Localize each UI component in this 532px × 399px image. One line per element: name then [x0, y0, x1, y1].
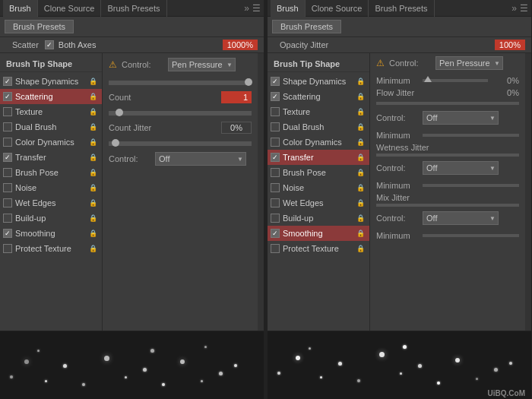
both-axes-checkbox[interactable]	[45, 40, 54, 49]
control-select-wrapper-right1: Pen Pressure	[435, 56, 503, 70]
brush-item-protect-texture[interactable]: Protect Texture🔒	[268, 241, 369, 256]
tab-brush-presets-left[interactable]: Brush Presets	[101, 0, 166, 17]
brush-item-transfer[interactable]: Transfer🔒	[0, 150, 102, 165]
tab-clone-source-left[interactable]: Clone Source	[38, 0, 102, 17]
menu-icon-right[interactable]: ☰	[520, 3, 528, 14]
brush-item-checkbox[interactable]	[271, 214, 280, 223]
brush-presets-btn-left[interactable]: Brush Presets	[5, 20, 74, 33]
count-jitter-slider[interactable]	[109, 141, 252, 146]
brush-item-noise[interactable]: Noise🔒	[0, 180, 102, 195]
brush-item-checkbox[interactable]	[3, 244, 12, 253]
brush-item-checkbox[interactable]	[3, 214, 12, 223]
wetness-slider[interactable]	[376, 154, 519, 157]
brush-item-checkbox[interactable]	[3, 153, 12, 162]
brush-item-color-dynamics[interactable]: Color Dynamics🔒	[268, 135, 369, 150]
scatter-slider[interactable]	[109, 81, 252, 85]
control-select-right3[interactable]: Off	[423, 161, 499, 175]
brush-item-checkbox[interactable]	[3, 107, 12, 116]
tab-clone-source-right[interactable]: Clone Source	[306, 0, 369, 17]
preview-dot	[201, 380, 203, 382]
brush-item-shape-dynamics[interactable]: Shape Dynamics🔒	[268, 74, 369, 89]
brush-item-color-dynamics[interactable]: Color Dynamics🔒	[0, 135, 102, 150]
min-slider2[interactable]	[423, 134, 519, 137]
brush-item-checkbox[interactable]	[271, 183, 280, 192]
left-scrollbar[interactable]	[258, 53, 264, 331]
scatter-slider-thumb[interactable]	[245, 78, 252, 86]
control-select-right1[interactable]: Pen Pressure	[435, 56, 503, 70]
flow-jitter-slider[interactable]	[376, 102, 519, 105]
count-input[interactable]	[221, 91, 252, 103]
lock-icon: 🔒	[356, 199, 365, 207]
brush-item-protect-texture[interactable]: Protect Texture🔒	[0, 241, 102, 256]
brush-item-dual-brush[interactable]: Dual Brush🔒	[268, 119, 369, 135]
brush-item-noise[interactable]: Noise🔒	[268, 180, 369, 195]
count-jitter-slider-thumb[interactable]	[112, 139, 119, 147]
control-select-left2[interactable]: Off	[155, 152, 246, 166]
preview-dot	[400, 372, 402, 375]
brush-item-smoothing[interactable]: Smoothing🔒	[268, 226, 369, 241]
control-select-right4[interactable]: Off	[423, 211, 499, 225]
brush-item-checkbox[interactable]	[271, 168, 280, 177]
brush-item-texture[interactable]: Texture🔒	[0, 104, 102, 119]
mix-slider[interactable]	[376, 204, 519, 207]
min-thumb1[interactable]	[424, 76, 432, 82]
brush-item-checkbox[interactable]	[3, 138, 12, 147]
count-slider-thumb[interactable]	[116, 109, 123, 116]
lock-icon: 🔒	[356, 245, 365, 252]
brush-item-checkbox[interactable]	[271, 229, 280, 238]
brush-item-build-up[interactable]: Build-up🔒	[268, 211, 369, 226]
preview-dot	[418, 364, 422, 368]
brush-item-checkbox[interactable]	[271, 153, 280, 162]
control-select-left1[interactable]: Pen Pressure	[168, 58, 236, 71]
tab-brush-presets-right[interactable]: Brush Presets	[369, 0, 434, 17]
brush-item-checkbox[interactable]	[271, 198, 280, 207]
menu-icon-left[interactable]: ☰	[252, 3, 261, 14]
brush-item-shape-dynamics[interactable]: Shape Dynamics🔒	[0, 74, 102, 89]
brush-item-checkbox[interactable]	[3, 92, 12, 101]
brush-item-checkbox[interactable]	[271, 138, 280, 147]
brush-item-wet-edges[interactable]: Wet Edges🔒	[268, 195, 369, 211]
brush-item-checkbox[interactable]	[3, 198, 12, 207]
brush-item-build-up[interactable]: Build-up🔒	[0, 211, 102, 226]
brush-item-wet-edges[interactable]: Wet Edges🔒	[0, 195, 102, 211]
brush-item-scattering[interactable]: Scattering🔒	[268, 89, 369, 104]
brush-item-checkbox[interactable]	[3, 168, 12, 177]
min-label1: Minimum	[376, 76, 418, 85]
brush-item-smoothing[interactable]: Smoothing🔒	[0, 226, 102, 241]
brush-item-brush-pose[interactable]: Brush Pose🔒	[268, 165, 369, 180]
brush-item-checkbox[interactable]	[3, 122, 12, 131]
brush-item-label: Color Dynamics	[283, 138, 353, 147]
brush-item-scattering[interactable]: Scattering🔒	[0, 89, 102, 104]
brush-item-dual-brush[interactable]: Dual Brush🔒	[0, 119, 102, 135]
brush-item-texture[interactable]: Texture🔒	[268, 104, 369, 119]
brush-item-checkbox[interactable]	[3, 77, 12, 86]
expand-icon-left[interactable]: »	[244, 3, 249, 14]
wetness-label: Wetness Jitter	[376, 143, 519, 152]
control-select-wrapper-left2: Off	[155, 152, 246, 166]
brush-item-checkbox[interactable]	[271, 107, 280, 116]
min-row4: Minimum	[376, 231, 519, 240]
brush-item-checkbox[interactable]	[3, 183, 12, 192]
brush-presets-btn-right[interactable]: Brush Presets	[272, 20, 341, 33]
brush-item-checkbox[interactable]	[271, 92, 280, 101]
lock-icon: 🔒	[89, 230, 97, 237]
opacity-jitter-value[interactable]: 100%	[495, 40, 525, 50]
tab-brush-left[interactable]: Brush	[3, 0, 38, 17]
right-scrollbar[interactable]	[525, 53, 531, 331]
min-slider4[interactable]	[423, 234, 519, 237]
brush-item-checkbox[interactable]	[271, 122, 280, 131]
expand-icon-right[interactable]: »	[511, 3, 517, 14]
lock-icon: 🔒	[356, 78, 365, 85]
min-slider1[interactable]	[423, 79, 488, 82]
brush-item-brush-pose[interactable]: Brush Pose🔒	[0, 165, 102, 180]
brush-item-checkbox[interactable]	[271, 77, 280, 86]
control-select-right2[interactable]: Off	[423, 111, 499, 125]
count-slider[interactable]	[109, 111, 252, 116]
tab-brush-right[interactable]: Brush	[271, 0, 306, 17]
brush-item-checkbox[interactable]	[271, 244, 280, 253]
lock-icon: 🔒	[356, 108, 365, 116]
brush-item-checkbox[interactable]	[3, 229, 12, 238]
scatter-value[interactable]: 1000%	[223, 40, 258, 50]
brush-item-transfer[interactable]: Transfer🔒	[268, 150, 369, 165]
min-slider3[interactable]	[423, 184, 519, 187]
